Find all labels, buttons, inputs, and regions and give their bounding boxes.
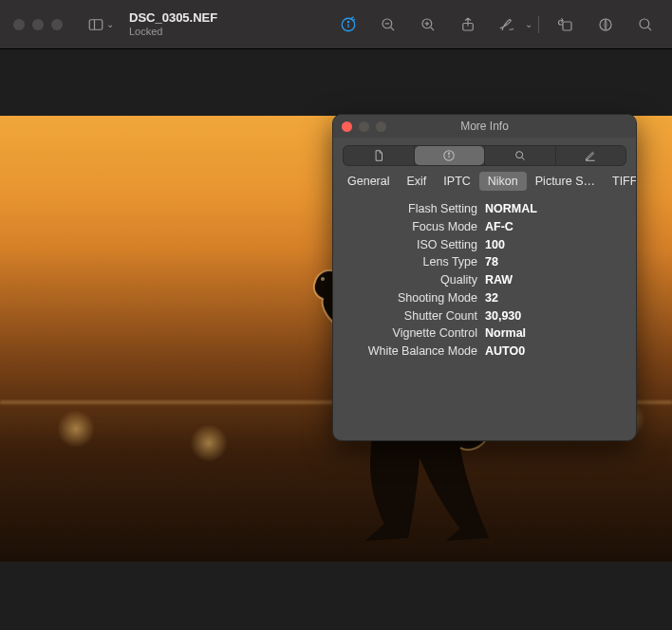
info-value: 30,930 (485, 307, 521, 325)
panel-close[interactable] (342, 121, 352, 132)
info-row: Focus ModeAF-C (345, 218, 625, 236)
info-row: Shutter Count30,930 (345, 307, 625, 325)
info-key: ISO Setting (345, 236, 477, 254)
info-row: Flash SettingNORMAL (345, 200, 625, 218)
svg-rect-0 (89, 19, 103, 29)
info-key: Quality (345, 271, 477, 289)
seg-edit[interactable] (556, 146, 626, 165)
info-key: Lens Type (345, 253, 477, 271)
tab-iptc[interactable]: IPTC (435, 172, 478, 191)
search-button[interactable] (632, 11, 659, 38)
tab-general[interactable]: General (339, 172, 398, 191)
info-row: ISO Setting100 (345, 236, 625, 254)
traffic-minimize[interactable] (32, 19, 44, 30)
info-row: White Balance ModeAUTO0 (345, 343, 625, 361)
info-value: AF-C (485, 218, 513, 236)
chevron-down-icon: ⌄ (106, 19, 114, 29)
svg-line-16 (648, 27, 651, 29)
info-key: Shutter Count (345, 307, 477, 325)
tab-exif[interactable]: Exif (398, 172, 435, 191)
info-key: White Balance Mode (345, 343, 477, 361)
info-value: Normal (485, 324, 526, 343)
svg-point-15 (640, 19, 649, 28)
svg-point-17 (321, 277, 325, 281)
info-button[interactable] (335, 11, 362, 38)
info-row: Vignette ControlNormal (345, 324, 625, 343)
highlight-button[interactable] (592, 11, 619, 38)
seg-search[interactable] (485, 146, 555, 165)
info-value: 78 (485, 253, 498, 271)
image-viewer: More Info GeneralExifIPTCNikonPicture S…… (0, 49, 672, 630)
info-value: 100 (485, 236, 505, 254)
window-traffic-lights (13, 19, 63, 30)
panel-tabs: GeneralExifIPTCNikonPicture S…TIFF (333, 172, 636, 196)
file-name: DSC_0305.NEF (129, 11, 217, 25)
zoom-out-button[interactable] (375, 11, 401, 38)
rotate-button[interactable] (552, 11, 579, 38)
traffic-zoom[interactable] (51, 19, 63, 30)
info-row: Lens Type78 (345, 253, 625, 271)
info-key: Flash Setting (345, 200, 477, 218)
zoom-in-button[interactable] (415, 11, 441, 38)
svg-point-4 (347, 21, 348, 22)
svg-line-6 (391, 27, 394, 29)
info-key: Focus Mode (345, 218, 477, 236)
svg-rect-13 (563, 22, 571, 30)
chevron-down-icon[interactable]: ⌄ (525, 19, 532, 29)
svg-line-22 (522, 158, 525, 160)
panel-titlebar[interactable]: More Info (333, 115, 636, 138)
info-value: NORMAL (485, 200, 537, 218)
svg-point-21 (515, 152, 522, 158)
info-key: Shooting Mode (345, 289, 477, 307)
panel-zoom[interactable] (376, 121, 386, 132)
traffic-close[interactable] (13, 19, 25, 30)
info-value: AUTO0 (485, 343, 525, 361)
panel-segmented-control (343, 145, 626, 166)
tab-picture-s-[interactable]: Picture S… (527, 172, 604, 191)
file-title-block: DSC_0305.NEF Locked (129, 11, 217, 36)
tab-tiff[interactable]: TIFF (604, 172, 637, 191)
info-row: QualityRAW (345, 271, 625, 289)
seg-document[interactable] (344, 146, 414, 165)
svg-line-9 (431, 27, 434, 29)
info-key: Vignette Control (345, 324, 477, 343)
share-button[interactable] (455, 11, 481, 38)
sidebar-toggle-button[interactable]: ⌄ (87, 16, 114, 33)
tab-nikon[interactable]: Nikon (479, 172, 527, 191)
info-row: Shooting Mode32 (345, 289, 625, 307)
seg-info[interactable] (415, 146, 485, 165)
svg-point-20 (449, 153, 450, 154)
info-value: RAW (485, 271, 513, 289)
file-status: Locked (129, 26, 217, 37)
panel-minimize[interactable] (359, 121, 369, 132)
panel-body: Flash SettingNORMALFocus ModeAF-CISO Set… (333, 196, 636, 440)
main-toolbar: ⌄ DSC_0305.NEF Locked (0, 0, 672, 49)
info-value: 32 (485, 289, 498, 307)
markup-button[interactable] (495, 11, 521, 38)
more-info-panel: More Info GeneralExifIPTCNikonPicture S…… (332, 114, 637, 441)
